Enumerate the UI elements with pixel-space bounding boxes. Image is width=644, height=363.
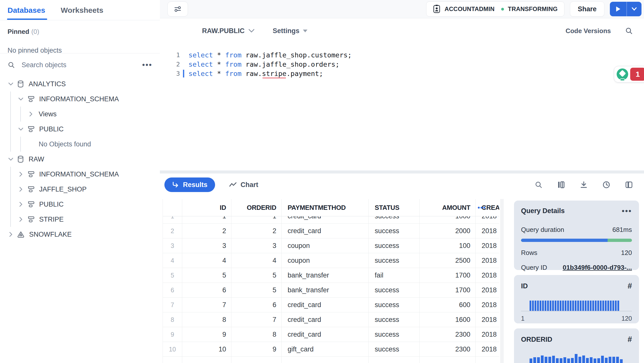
table-cell[interactable]: 2018 [476,268,499,283]
table-cell[interactable]: 1700 [420,268,476,283]
id-histogram[interactable]: 1120 [521,301,632,322]
table-cell[interactable]: gift_card [282,342,369,356]
column-header-orderid[interactable]: ORDERID [231,199,282,216]
tree-item-public[interactable]: PUBLIC [0,122,160,137]
table-cell[interactable]: 2018 [476,238,499,253]
chevron-right-icon[interactable] [8,232,14,237]
tab-chart[interactable]: Chart [229,181,259,189]
table-cell[interactable]: 8 [182,312,231,327]
table-cell[interactable]: 5 [163,268,182,283]
table-cell[interactable]: 1600 [420,312,476,327]
column-header-paymentmethod[interactable]: PAYMENTMETHOD [282,199,369,216]
tree-item-information-schema[interactable]: INFORMATION_SCHEMA [0,92,160,107]
query-id-link[interactable]: 01b349f6-0000-d793-... [563,264,632,271]
sidebar-more-button[interactable]: ••• [142,64,152,66]
tree-item-information-schema[interactable]: INFORMATION_SCHEMA [0,167,160,182]
database-context-selector[interactable]: RAW.PUBLIC [202,27,255,35]
table-cell[interactable]: 2300 [420,342,476,356]
table-cell[interactable]: 2018 [476,312,499,327]
table-cell[interactable]: 2018 [476,224,499,238]
chevron-right-icon[interactable] [18,202,24,207]
table-cell[interactable]: 2 [231,224,282,238]
tree-item-analytics[interactable]: ANALYTICS [0,76,160,92]
table-cell[interactable]: 5 [182,268,231,283]
numeric-column-icon[interactable]: # [628,282,632,291]
table-cell[interactable]: success [369,298,420,312]
table-cell[interactable]: 7 [163,298,182,312]
search-icon[interactable] [535,181,543,189]
search-input[interactable]: Search objects [22,61,142,69]
table-cell[interactable]: 2000 [420,224,476,238]
table-cell[interactable]: bank_transfer [282,268,369,283]
table-cell[interactable]: 2300 [420,327,476,342]
table-row[interactable]: 998credit_cardsuccess23002018 [163,327,499,342]
tree-item-stripe[interactable]: STRIPE [0,212,160,227]
chevron-down-icon[interactable] [18,97,24,101]
table-cell[interactable]: 3 [163,238,182,253]
table-cell[interactable]: success [369,342,420,356]
table-cell[interactable]: 2018 [476,253,499,268]
row-number-header[interactable] [163,199,182,216]
table-cell[interactable]: 4 [163,253,182,268]
table-cell[interactable]: success [369,253,420,268]
table-cell[interactable]: 1700 [420,283,476,297]
code-line[interactable]: 1select * from raw.jaffle_shop.customers… [160,50,644,60]
table-cell[interactable]: credit_card [282,298,369,312]
table-cell[interactable]: success [369,238,420,253]
column-header-status[interactable]: STATUS [369,199,420,216]
editor-search-icon[interactable] [625,27,633,35]
table-cell[interactable]: success [369,283,420,297]
share-button[interactable]: Share [570,2,604,17]
table-cell[interactable]: 2 [163,224,182,238]
code-editor-area[interactable]: 1select * from raw.jaffle_shop.customers… [160,50,644,78]
history-icon[interactable] [602,181,610,189]
table-cell[interactable]: 2018 [476,283,499,297]
chevron-down-icon[interactable] [8,82,14,86]
chevron-right-icon[interactable] [18,217,24,222]
table-cell[interactable]: 9 [231,342,282,356]
table-cell[interactable]: 7 [182,298,231,312]
table-cell[interactable]: 3 [182,238,231,253]
table-cell[interactable]: 2018 [476,298,499,312]
editor-assist-pill[interactable]: 1 [614,66,644,82]
chevron-right-icon[interactable] [18,187,24,192]
table-cell[interactable]: 10 [182,342,231,356]
table-cell[interactable]: coupon [282,253,369,268]
tab-worksheets[interactable]: Worksheets [61,6,103,20]
table-row[interactable]: 665bank_transfersuccess17002018 [163,283,499,298]
tree-item-jaffle-shop[interactable]: JAFFLE_SHOP [0,182,160,197]
table-cell[interactable]: credit_card [282,327,369,342]
table-cell[interactable]: 7 [231,312,282,327]
numeric-column-icon[interactable]: # [628,335,632,344]
table-cell[interactable]: 3 [231,238,282,253]
download-icon[interactable] [580,181,588,189]
table-cell[interactable]: 8 [163,312,182,327]
orderid-histogram[interactable] [521,354,632,363]
chevron-down-icon[interactable] [8,157,14,161]
table-cell[interactable]: 5 [231,283,282,297]
table-cell[interactable]: bank_transfer [282,283,369,297]
column-header-amount[interactable]: AMOUNT [420,199,476,216]
column-options-button[interactable]: ••• [478,204,486,212]
table-cell[interactable]: 10 [163,342,182,356]
table-cell[interactable]: 6 [231,298,282,312]
table-cell[interactable]: 9 [182,327,231,342]
chevron-right-icon[interactable] [28,111,34,117]
tree-item-views[interactable]: Views [0,107,160,122]
split-view-icon[interactable] [625,181,633,189]
table-cell[interactable]: success [369,224,420,238]
context-role-warehouse-button[interactable]: ACCOUNTADMIN TRANSFORMING [426,2,564,17]
code-line[interactable]: 2select * from raw.jaffle_shop.orders; [160,60,644,69]
table-cell[interactable]: 2018 [476,342,499,356]
editor-results-divider[interactable] [160,170,644,173]
query-details-menu-button[interactable]: ••• [622,210,632,212]
table-cell[interactable]: credit_card [282,312,369,327]
column-header-id[interactable]: ID [182,199,231,216]
tree-item-public[interactable]: PUBLIC [0,197,160,212]
table-row[interactable]: 10109gift_cardsuccess23002018 [163,342,499,357]
editor-settings-button[interactable]: Settings [273,27,308,35]
table-cell[interactable]: 8 [231,327,282,342]
table-cell[interactable]: 4 [182,253,231,268]
table-cell[interactable]: 5 [231,268,282,283]
table-cell[interactable]: 600 [420,298,476,312]
